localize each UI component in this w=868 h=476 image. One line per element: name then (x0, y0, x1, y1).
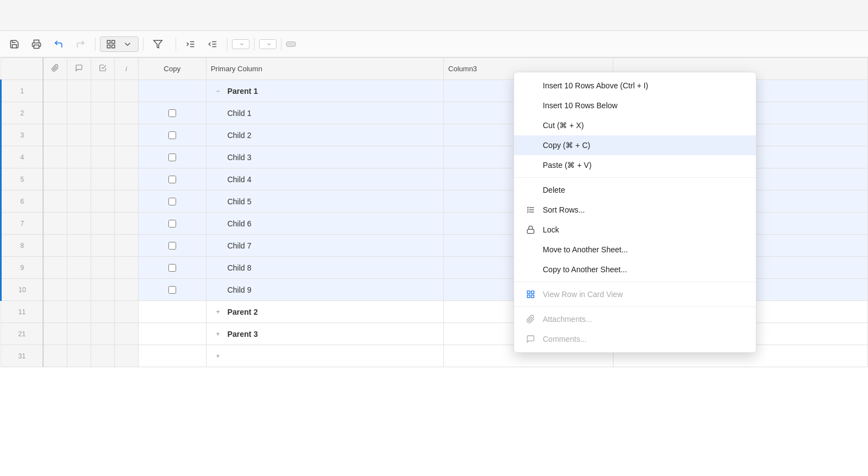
print-button[interactable] (27, 36, 46, 52)
row-checkbox[interactable] (168, 131, 176, 139)
check-cell (91, 102, 114, 124)
row-checkbox[interactable] (168, 176, 176, 183)
row-number: 4 (1, 146, 44, 168)
redo-icon (76, 39, 86, 49)
ctx-item-delete[interactable]: Delete (514, 180, 756, 200)
expand-icon[interactable]: + (213, 329, 223, 339)
indent-left-button[interactable] (181, 36, 200, 52)
size-chevron-icon (266, 41, 272, 47)
ctx-item-paste[interactable]: Paste (⌘ + V) (514, 155, 756, 175)
row-checkbox[interactable] (168, 198, 176, 205)
ctx-item-lock[interactable]: Lock (514, 220, 756, 240)
primary-cell[interactable]: Child 1 (206, 102, 443, 124)
menu-automation[interactable] (22, 11, 35, 20)
row-checkbox[interactable] (168, 109, 176, 117)
row-value: Child 9 (213, 285, 252, 294)
bold-button[interactable] (286, 41, 296, 47)
menu-file[interactable] (9, 11, 22, 20)
row-checkbox[interactable] (168, 220, 176, 228)
grid-view-button[interactable] (100, 36, 139, 52)
primary-cell[interactable]: Child 2 (206, 124, 443, 146)
ctx-item-label: Copy to Another Sheet... (543, 265, 627, 274)
divider3 (176, 38, 176, 51)
ctx-item-sort-rows[interactable]: Sort Rows... (514, 200, 756, 220)
ctx-item-move-sheet[interactable]: Move to Another Sheet... (514, 240, 756, 260)
comment-cell (67, 146, 91, 168)
redo-button[interactable] (71, 36, 91, 52)
menu-bar (0, 0, 868, 31)
copy-cell[interactable] (138, 213, 206, 235)
primary-cell[interactable]: Child 6 (206, 213, 443, 235)
row-checkbox[interactable] (168, 242, 176, 250)
primary-cell[interactable]: Child 5 (206, 191, 443, 213)
primary-cell[interactable]: +Parent 3 (206, 323, 443, 345)
primary-cell[interactable]: Child 9 (206, 279, 443, 301)
ctx-item-attachments: Attachments... (514, 309, 756, 329)
ctx-item-cut[interactable]: Cut (⌘ + X) (514, 115, 756, 135)
copy-cell[interactable] (138, 257, 206, 279)
row-num-header (1, 58, 44, 80)
attach-cell (43, 213, 67, 235)
ctx-item-comments: Comments... (514, 329, 756, 349)
italic-button[interactable] (298, 41, 308, 47)
attach-cell (43, 102, 67, 124)
primary-cell[interactable]: Child 8 (206, 257, 443, 279)
attach-cell (43, 235, 67, 257)
row-checkbox[interactable] (168, 286, 176, 294)
expand-icon[interactable]: + (213, 307, 223, 317)
ctx-item-label: Insert 10 Rows Above (Ctrl + I) (543, 81, 648, 90)
info-cell (114, 323, 138, 345)
primary-cell[interactable]: Child 3 (206, 146, 443, 168)
expand-icon[interactable]: + (213, 351, 223, 361)
save-button[interactable] (4, 36, 24, 52)
ctx-item-insert-below[interactable]: Insert 10 Rows Below (514, 96, 756, 115)
svg-rect-1 (107, 40, 110, 43)
copy-cell[interactable] (138, 345, 206, 367)
filter-button[interactable] (148, 36, 171, 52)
row-checkbox[interactable] (168, 264, 176, 272)
attach-col-header (43, 58, 67, 80)
indent-right-button[interactable] (203, 36, 223, 52)
comment-cell (67, 301, 91, 323)
svg-rect-0 (34, 45, 39, 48)
menu-forms[interactable] (35, 11, 49, 20)
row-number: 9 (1, 257, 44, 279)
comment-cell (67, 124, 91, 146)
ctx-item-label: Cut (⌘ + X) (543, 121, 584, 130)
copy-cell[interactable] (138, 124, 206, 146)
row-value: Parent 1 (227, 87, 258, 96)
copy-cell[interactable] (138, 168, 206, 191)
primary-cell[interactable]: +Parent 2 (206, 301, 443, 323)
copy-cell[interactable] (138, 301, 206, 323)
ctx-item-insert-above[interactable]: Insert 10 Rows Above (Ctrl + I) (514, 76, 756, 96)
info-cell (114, 124, 138, 146)
undo-button[interactable] (49, 36, 68, 52)
font-size-selector[interactable] (259, 39, 277, 49)
copy-cell[interactable] (138, 102, 206, 124)
copy-cell[interactable] (138, 323, 206, 345)
primary-cell[interactable]: −Parent 1 (206, 80, 443, 102)
check-cell (91, 146, 114, 168)
copy-cell[interactable] (138, 80, 206, 102)
ctx-item-copy-sheet[interactable]: Copy to Another Sheet... (514, 260, 756, 279)
svg-rect-16 (527, 291, 530, 294)
primary-cell[interactable]: + (206, 345, 443, 367)
primary-cell[interactable]: Child 7 (206, 235, 443, 257)
check-cell (91, 235, 114, 257)
check-cell (91, 301, 114, 323)
info-cell (114, 345, 138, 367)
font-selector[interactable] (232, 39, 250, 49)
comment-cell (67, 80, 91, 102)
row-number: 7 (1, 213, 44, 235)
primary-cell[interactable]: Child 4 (206, 168, 443, 191)
row-number: 10 (1, 279, 44, 301)
ctx-item-copy[interactable]: Copy (⌘ + C) (514, 135, 756, 155)
row-checkbox[interactable] (168, 154, 176, 161)
copy-cell[interactable] (138, 146, 206, 168)
copy-cell[interactable] (138, 279, 206, 301)
row-number: 11 (1, 301, 44, 323)
collapse-icon[interactable]: − (213, 86, 223, 96)
check-cell (91, 213, 114, 235)
copy-cell[interactable] (138, 191, 206, 213)
copy-cell[interactable] (138, 235, 206, 257)
